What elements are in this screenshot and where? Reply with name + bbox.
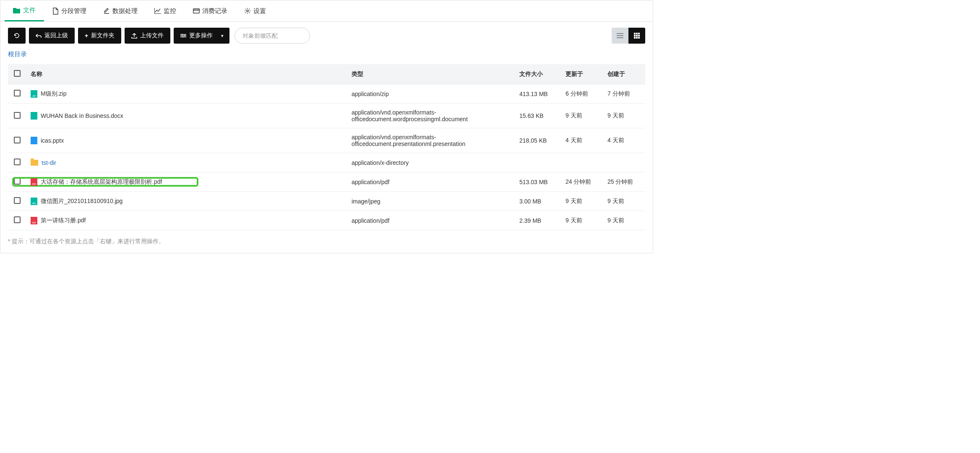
svg-rect-1 (193, 10, 200, 10)
file-created: 9 天前 (603, 104, 645, 128)
file-size: 218.05 KB (515, 128, 561, 153)
gear-icon (244, 8, 251, 14)
col-created[interactable]: 创建于 (603, 64, 645, 84)
file-type: application/pdf (347, 172, 515, 192)
file-updated: 9 天前 (561, 211, 603, 230)
refresh-button[interactable] (8, 28, 26, 44)
file-created: 7 分钟前 (603, 84, 645, 104)
file-size: 2.39 MB (515, 211, 561, 230)
file-icon: JPG (31, 198, 37, 205)
tab-consume[interactable]: 消费记录 (185, 0, 236, 21)
file-size: 15.63 KB (515, 104, 561, 128)
file-updated: 9 天前 (561, 192, 603, 211)
file-icon: PDF (31, 178, 37, 186)
button-label: 更多操作 (189, 32, 213, 39)
edit-icon (103, 8, 110, 14)
file-created: 4 天前 (603, 128, 645, 153)
file-table: 名称 类型 文件大小 更新于 创建于 ZIPM级别.zipapplication… (8, 64, 645, 230)
svg-rect-6 (634, 33, 636, 34)
table-row[interactable]: JPG微信图片_20210118100910.jpgimage/jpeg3.00… (8, 192, 645, 211)
file-type: application/x-directory (347, 153, 515, 172)
svg-rect-0 (193, 9, 200, 13)
svg-rect-12 (634, 37, 636, 39)
back-arrow-icon (36, 33, 42, 38)
svg-point-4 (184, 35, 185, 36)
file-name: 大话存储：存储系统底层架构原理极限剖析.pdf (41, 178, 162, 186)
tab-settings[interactable]: 设置 (236, 0, 274, 21)
tab-label: 分段管理 (61, 7, 86, 15)
file-name: WUHAN Back in Business.docx (41, 112, 123, 119)
view-list-button[interactable] (612, 28, 628, 44)
back-button[interactable]: 返回上级 (29, 28, 75, 44)
file-icon: ZIP (31, 90, 37, 98)
row-checkbox[interactable] (14, 112, 21, 119)
file-updated: 24 分钟前 (561, 172, 603, 192)
tab-monitor[interactable]: 监控 (146, 0, 185, 21)
card-icon (193, 8, 200, 13)
file-created (603, 153, 645, 172)
tab-data-process[interactable]: 数据处理 (95, 0, 146, 21)
tab-label: 文件 (23, 6, 36, 14)
svg-rect-8 (638, 33, 640, 34)
table-row[interactable]: PDF大话存储：存储系统底层架构原理极限剖析.pdfapplication/pd… (8, 172, 645, 192)
file-icon (31, 137, 37, 144)
file-name[interactable]: tst-dir (42, 159, 56, 166)
file-type: application/zip (347, 84, 515, 104)
file-icon: PDF (31, 217, 37, 224)
svg-rect-14 (638, 37, 640, 39)
more-actions-button[interactable]: 更多操作 (174, 28, 229, 44)
file-updated: 6 分钟前 (561, 84, 603, 104)
file-updated: 4 天前 (561, 128, 603, 153)
button-label: 新文件夹 (91, 32, 115, 39)
view-grid-button[interactable] (628, 28, 645, 44)
svg-rect-13 (636, 37, 638, 39)
col-name[interactable]: 名称 (26, 64, 347, 84)
select-all-checkbox[interactable] (14, 70, 21, 77)
breadcrumb: 根目录 (0, 49, 653, 64)
col-size[interactable]: 文件大小 (515, 64, 561, 84)
chart-icon (154, 8, 161, 14)
folder-solid-icon (13, 7, 21, 13)
button-label: 上传文件 (140, 32, 164, 39)
folder-icon (31, 160, 38, 166)
row-checkbox[interactable] (14, 178, 21, 185)
search-input[interactable] (235, 28, 310, 44)
sliders-icon (180, 34, 186, 38)
row-checkbox[interactable] (14, 90, 21, 96)
table-row[interactable]: tst-dirapplication/x-directory (8, 153, 645, 172)
table-row[interactable]: ZIPM级别.zipapplication/zip413.13 MB6 分钟前7… (8, 84, 645, 104)
svg-rect-9 (634, 35, 636, 36)
table-row[interactable]: WUHAN Back in Business.docxapplication/v… (8, 104, 645, 128)
file-icon (31, 112, 37, 120)
file-size: 513.03 MB (515, 172, 561, 192)
file-name: 微信图片_20210118100910.jpg (41, 198, 122, 205)
svg-rect-7 (636, 33, 638, 34)
table-row[interactable]: icas.pptxapplication/vnd.openxmlformats-… (8, 128, 645, 153)
tab-segment[interactable]: 分段管理 (44, 0, 95, 21)
list-view-icon (617, 33, 623, 38)
file-updated (561, 153, 603, 172)
file-created: 25 分钟前 (603, 172, 645, 192)
row-checkbox[interactable] (14, 137, 21, 143)
file-type: application/vnd.openxmlformats-officedoc… (347, 104, 515, 128)
tab-files[interactable]: 文件 (5, 0, 44, 21)
new-folder-button[interactable]: + 新文件夹 (78, 28, 121, 44)
file-created: 9 天前 (603, 192, 645, 211)
grid-view-icon (634, 33, 640, 39)
tab-label: 监控 (164, 7, 176, 15)
svg-point-5 (182, 36, 184, 38)
svg-rect-11 (638, 35, 640, 36)
upload-button[interactable]: 上传文件 (125, 28, 170, 44)
row-checkbox[interactable] (14, 197, 21, 204)
document-icon (52, 8, 59, 15)
row-checkbox[interactable] (14, 159, 21, 165)
file-name: M级别.zip (41, 90, 66, 98)
table-row[interactable]: PDF第一讲练习册.pdfapplication/pdf2.39 MB9 天前9… (8, 211, 645, 230)
row-checkbox[interactable] (14, 216, 21, 223)
plus-icon: + (85, 32, 88, 39)
breadcrumb-root[interactable]: 根目录 (8, 50, 27, 57)
tab-label: 设置 (253, 7, 266, 15)
svg-rect-10 (636, 35, 638, 36)
col-type[interactable]: 类型 (347, 64, 515, 84)
col-updated[interactable]: 更新于 (561, 64, 603, 84)
